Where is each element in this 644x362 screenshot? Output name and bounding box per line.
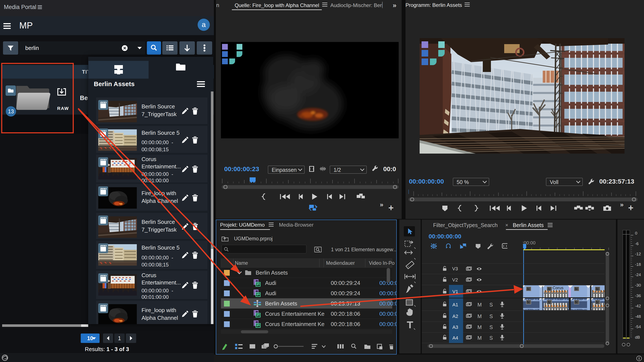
svg-text:M: M [478, 335, 482, 341]
svg-text:V1: V1 [452, 289, 458, 294]
svg-text:M: M [478, 313, 482, 319]
svg-text:A2: A2 [452, 313, 458, 319]
svg-text:S: S [490, 324, 493, 330]
svg-text:M: M [478, 302, 482, 308]
svg-text:S: S [490, 313, 493, 319]
svg-text:S: S [490, 335, 493, 341]
svg-text:A3: A3 [452, 324, 458, 330]
svg-text:V2: V2 [452, 277, 458, 282]
svg-text:V3: V3 [452, 266, 458, 271]
svg-text:A4: A4 [452, 335, 458, 340]
svg-text:S: S [490, 302, 493, 308]
svg-text:M: M [478, 324, 482, 330]
svg-text:Corus: Corus [552, 285, 564, 290]
svg-text:A1: A1 [452, 302, 458, 307]
